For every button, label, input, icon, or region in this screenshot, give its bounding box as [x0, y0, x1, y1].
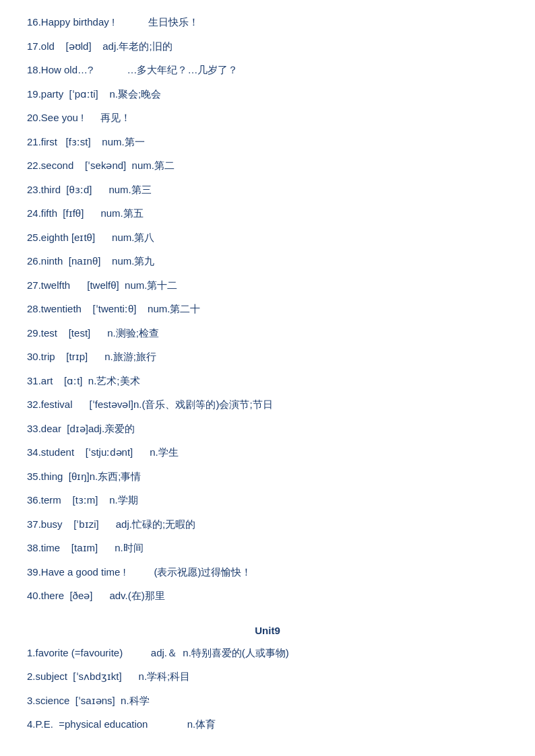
entry-text: 24.fifth [fɪfθ] num.第五	[27, 205, 144, 222]
entry-text: 32.festival [ˈfestəvəl]n.(音乐、戏剧等的)会演节;节日	[27, 396, 273, 413]
entry-text: 19.party [ˈpɑːti] n.聚会;晚会	[27, 85, 161, 103]
list-item: 22.second [ˈsekənd] num.第二	[27, 157, 508, 174]
list-item: 26.ninth [naɪnθ] num.第九	[27, 252, 508, 270]
list-item: 1.favorite (=favourite) adj.＆ n.特别喜爱的(人或…	[27, 644, 508, 662]
list-item: 40.there [ðeə] adv.(在)那里	[27, 587, 508, 605]
entry-text: 21.first [fɜːst] num.第一	[27, 133, 145, 151]
list-item: 17.old [əʊld] adj.年老的;旧的	[27, 38, 508, 55]
entry-text: 20.See you ! 再见！	[27, 109, 131, 127]
entry-text: 35.thing [θɪŋ]n.东西;事情	[27, 468, 141, 485]
entry-text: 2.subject [ˈsʌbdʒɪkt] n.学科;科目	[27, 668, 190, 685]
entry-text: 39.Have a good time ! (表示祝愿)过得愉快！	[27, 563, 251, 581]
list-item: 38.time [taɪm] n.时间	[27, 539, 508, 557]
entry-text: 23.third [θɜːd] num.第三	[27, 181, 152, 199]
entry-text: 27.twelfth [twelfθ] num.第十二	[27, 277, 177, 294]
entry-text: 40.there [ðeə] adv.(在)那里	[27, 587, 165, 605]
entry-text: 34.student [ˈstjuːdənt] n.学生	[27, 444, 179, 461]
list-item: 20.See you ! 再见！	[27, 109, 508, 127]
entries-list: 16.Happy birthday ! 生日快乐！17.old [əʊld] a…	[27, 13, 508, 605]
entry-text: 29.test [test] n.测验;检查	[27, 324, 159, 342]
entry-text: 38.time [taɪm] n.时间	[27, 539, 144, 557]
list-item: 19.party [ˈpɑːti] n.聚会;晚会	[27, 85, 508, 103]
entry-text: 26.ninth [naɪnθ] num.第九	[27, 252, 154, 270]
list-item: 4.P.E. =physical education n.体育	[27, 716, 508, 733]
list-item: 25.eighth [eɪtθ] num.第八	[27, 229, 508, 246]
entry-text: 25.eighth [eɪtθ] num.第八	[27, 229, 154, 246]
entry-text: 31.art [ɑːt] n.艺术;美术	[27, 372, 140, 390]
list-item: 3.science [ˈsaɪəns] n.科学	[27, 692, 508, 710]
list-item: 16.Happy birthday ! 生日快乐！	[27, 13, 508, 31]
entry-text: 30.trip [trɪp] n.旅游;旅行	[27, 348, 156, 366]
entry-text: 33.dear [dɪə]adj.亲爱的	[27, 420, 135, 438]
list-item: 31.art [ɑːt] n.艺术;美术	[27, 372, 508, 390]
list-item: 24.fifth [fɪfθ] num.第五	[27, 205, 508, 222]
entry-text: 37.busy [ˈbɪzi] adj.忙碌的;无暇的	[27, 516, 195, 533]
list-item: 30.trip [trɪp] n.旅游;旅行	[27, 348, 508, 366]
list-item: 23.third [θɜːd] num.第三	[27, 181, 508, 199]
entry-text: 16.Happy birthday ! 生日快乐！	[27, 13, 199, 31]
list-item: 39.Have a good time ! (表示祝愿)过得愉快！	[27, 563, 508, 581]
list-item: 2.subject [ˈsʌbdʒɪkt] n.学科;科目	[27, 668, 508, 685]
list-item: 36.term [tɜːm] n.学期	[27, 491, 508, 509]
list-item: 37.busy [ˈbɪzi] adj.忙碌的;无暇的	[27, 516, 508, 533]
list-item: 33.dear [dɪə]adj.亲爱的	[27, 420, 508, 438]
entry-text: 1.favorite (=favourite) adj.＆ n.特别喜爱的(人或…	[27, 644, 289, 662]
list-item: 27.twelfth [twelfθ] num.第十二	[27, 277, 508, 294]
unit9-title: Unit9	[27, 625, 508, 636]
list-item: 29.test [test] n.测验;检查	[27, 324, 508, 342]
list-item: 34.student [ˈstjuːdənt] n.学生	[27, 444, 508, 461]
main-content: 16.Happy birthday ! 生日快乐！17.old [əʊld] a…	[27, 13, 508, 733]
list-item: 21.first [fɜːst] num.第一	[27, 133, 508, 151]
entry-text: 3.science [ˈsaɪəns] n.科学	[27, 692, 150, 710]
list-item: 35.thing [θɪŋ]n.东西;事情	[27, 468, 508, 485]
entry-text: 22.second [ˈsekənd] num.第二	[27, 157, 175, 174]
list-item: 18.How old…? …多大年纪？…几岁了？	[27, 61, 508, 79]
entry-text: 36.term [tɜːm] n.学期	[27, 491, 138, 509]
entry-text: 28.twentieth [ˈtwentiːθ] num.第二十	[27, 300, 200, 318]
entry-text: 4.P.E. =physical education n.体育	[27, 716, 216, 733]
list-item: 28.twentieth [ˈtwentiːθ] num.第二十	[27, 300, 508, 318]
list-item: 32.festival [ˈfestəvəl]n.(音乐、戏剧等的)会演节;节日	[27, 396, 508, 413]
entry-text: 18.How old…? …多大年纪？…几岁了？	[27, 61, 238, 79]
unit9-section: Unit91.favorite (=favourite) adj.＆ n.特别喜…	[27, 625, 508, 733]
entry-text: 17.old [əʊld] adj.年老的;旧的	[27, 38, 172, 55]
